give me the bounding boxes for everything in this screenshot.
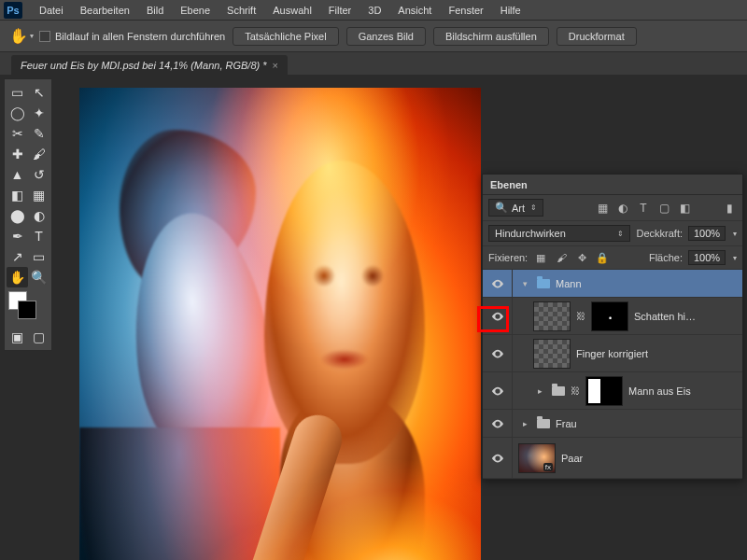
fill-value[interactable]: 100% [688, 250, 726, 265]
visibility-toggle[interactable] [483, 410, 513, 437]
document-tab-bar: Feuer und Eis by MDI.psd bei 14,1% (Mann… [0, 52, 747, 75]
mask-thumbnail[interactable] [585, 376, 623, 406]
layer-group-mann-eis[interactable]: ▸ ⛓ Mann aus Eis [483, 372, 742, 410]
filter-type-icon[interactable]: T [636, 201, 651, 216]
workspace: ▭↖ ◯✦ ✂✎ ✚🖌 ▲↺ ◧▦ ⬤◐ ✒T ↗▭ ✋🔍 ▣▢ Ebenen [0, 75, 747, 560]
hand-tool-icon-tb[interactable]: ✋ [7, 267, 28, 287]
mask-link-icon[interactable]: ⛓ [571, 385, 580, 396]
type-tool-icon[interactable]: T [28, 226, 49, 246]
disclosure-icon[interactable]: ▾ [518, 277, 531, 290]
layer-finger[interactable]: Finger korrigiert [483, 335, 742, 372]
menu-image[interactable]: Bild [139, 2, 171, 19]
opacity-flyout-icon[interactable]: ▾ [733, 230, 737, 238]
background-swatch[interactable] [18, 301, 36, 319]
fill-flyout-icon[interactable]: ▾ [733, 254, 737, 262]
lock-position-icon[interactable]: ✥ [574, 250, 589, 265]
lock-transparent-icon[interactable]: ▦ [533, 250, 548, 265]
color-swatches[interactable] [7, 291, 49, 323]
lock-pixels-icon[interactable]: 🖌 [554, 250, 569, 265]
layer-group-mann[interactable]: ▾ Mann [483, 270, 742, 298]
layer-name: Mann [556, 278, 582, 289]
history-brush-icon[interactable]: ↺ [28, 164, 49, 185]
crop-tool-icon[interactable]: ✂ [7, 123, 28, 144]
layer-thumbnail[interactable] [533, 339, 571, 369]
layer-group-frau[interactable]: ▸ Frau [483, 410, 742, 438]
menu-file[interactable]: Datei [32, 2, 71, 19]
filter-smart-icon[interactable]: ◧ [677, 201, 692, 216]
arrow-tool-icon[interactable]: ↖ [28, 82, 49, 103]
tools-panel: ▭↖ ◯✦ ✂✎ ✚🖌 ▲↺ ◧▦ ⬤◐ ✒T ↗▭ ✋🔍 ▣▢ [4, 78, 52, 351]
menu-layer[interactable]: Ebene [173, 2, 218, 19]
gradient-tool-icon[interactable]: ▦ [28, 185, 49, 205]
quickmask-icon[interactable]: ▣ [7, 327, 28, 347]
menu-bar: Ps Datei Bearbeiten Bild Ebene Schrift A… [0, 0, 747, 21]
layers-panel: Ebenen 🔍Art⇕ ▦ ◐ T ▢ ◧ ▮ Hindurchwirken⇕… [482, 174, 743, 480]
menu-select[interactable]: Auswahl [265, 2, 319, 19]
scroll-all-label: Bildlauf in allen Fenstern durchführen [55, 31, 225, 42]
filter-kind-dropdown[interactable]: 🔍Art⇕ [488, 199, 543, 217]
eyedropper-tool-icon[interactable]: ✎ [28, 123, 49, 144]
menu-3d[interactable]: 3D [360, 2, 388, 19]
menu-help[interactable]: Hilfe [493, 2, 529, 19]
visibility-toggle[interactable] [483, 270, 513, 297]
opacity-label: Deckkraft: [636, 228, 683, 239]
layer-schatten[interactable]: ⛓ • Schatten hi… [483, 298, 742, 335]
layer-thumbnail[interactable] [533, 301, 571, 331]
menu-window[interactable]: Fenster [441, 2, 490, 19]
disclosure-icon[interactable]: ▸ [533, 385, 546, 398]
blur-tool-icon[interactable]: ⬤ [7, 205, 28, 226]
menu-edit[interactable]: Bearbeiten [73, 2, 137, 19]
folder-icon [537, 419, 550, 428]
layer-name: Schatten hi… [634, 311, 696, 322]
lock-label: Fixieren: [488, 252, 528, 263]
layer-paar[interactable]: Paar [483, 438, 742, 479]
print-size-button[interactable]: Druckformat [557, 27, 637, 46]
filter-pixel-icon[interactable]: ▦ [595, 201, 610, 216]
mask-link-icon[interactable]: ⛓ [576, 311, 585, 321]
lock-fill-row: Fixieren: ▦ 🖌 ✥ 🔒 Fläche: 100% ▾ [483, 246, 742, 270]
mask-thumbnail[interactable]: • [591, 301, 628, 331]
visibility-toggle[interactable] [483, 335, 513, 371]
filter-shape-icon[interactable]: ▢ [656, 201, 671, 216]
layer-thumbnail[interactable] [518, 443, 556, 473]
visibility-toggle[interactable] [483, 298, 513, 334]
layers-filter-row: 🔍Art⇕ ▦ ◐ T ▢ ◧ ▮ [483, 195, 742, 221]
menu-view[interactable]: Ansicht [390, 2, 439, 19]
visibility-toggle[interactable] [483, 438, 513, 478]
layer-name: Mann aus Eis [628, 385, 691, 397]
move-tool-icon[interactable]: ▭ [7, 82, 28, 103]
zoom-tool-icon[interactable]: 🔍 [28, 267, 49, 287]
document-canvas[interactable] [79, 88, 481, 560]
hand-tool-icon[interactable]: ✋▾ [11, 26, 32, 47]
lock-all-icon[interactable]: 🔒 [595, 250, 610, 265]
screenmode-icon[interactable]: ▢ [28, 327, 49, 347]
visibility-toggle[interactable] [483, 372, 513, 409]
filter-toggle-icon[interactable]: ▮ [722, 201, 737, 216]
layers-panel-tab[interactable]: Ebenen [483, 175, 742, 195]
dodge-tool-icon[interactable]: ◐ [28, 205, 49, 226]
eraser-tool-icon[interactable]: ◧ [7, 185, 28, 205]
folder-icon [537, 279, 550, 288]
stamp-tool-icon[interactable]: ▲ [7, 164, 28, 185]
blend-opacity-row: Hindurchwirken⇕ Deckkraft: 100% ▾ [483, 221, 742, 246]
brush-tool-icon[interactable]: 🖌 [28, 144, 49, 164]
fit-screen-button[interactable]: Ganzes Bild [346, 27, 426, 46]
wand-tool-icon[interactable]: ✦ [28, 103, 49, 123]
close-tab-icon[interactable]: × [273, 60, 278, 71]
fill-screen-button[interactable]: Bildschirm ausfüllen [433, 27, 549, 46]
heal-tool-icon[interactable]: ✚ [7, 144, 28, 164]
disclosure-icon[interactable]: ▸ [518, 417, 531, 430]
document-tab[interactable]: Feuer und Eis by MDI.psd bei 14,1% (Mann… [11, 55, 288, 75]
menu-filter[interactable]: Filter [321, 2, 359, 19]
opacity-value[interactable]: 100% [688, 226, 726, 241]
path-tool-icon[interactable]: ↗ [7, 246, 28, 267]
scroll-all-windows-checkbox[interactable]: Bildlauf in allen Fenstern durchführen [39, 31, 225, 42]
shape-tool-icon[interactable]: ▭ [28, 246, 49, 267]
lasso-tool-icon[interactable]: ◯ [7, 103, 28, 123]
layer-name: Paar [561, 453, 583, 464]
menu-type[interactable]: Schrift [219, 2, 263, 19]
blend-mode-dropdown[interactable]: Hindurchwirken⇕ [488, 225, 630, 242]
actual-pixels-button[interactable]: Tatsächliche Pixel [233, 27, 338, 46]
pen-tool-icon[interactable]: ✒ [7, 226, 28, 246]
filter-adjust-icon[interactable]: ◐ [615, 201, 630, 216]
